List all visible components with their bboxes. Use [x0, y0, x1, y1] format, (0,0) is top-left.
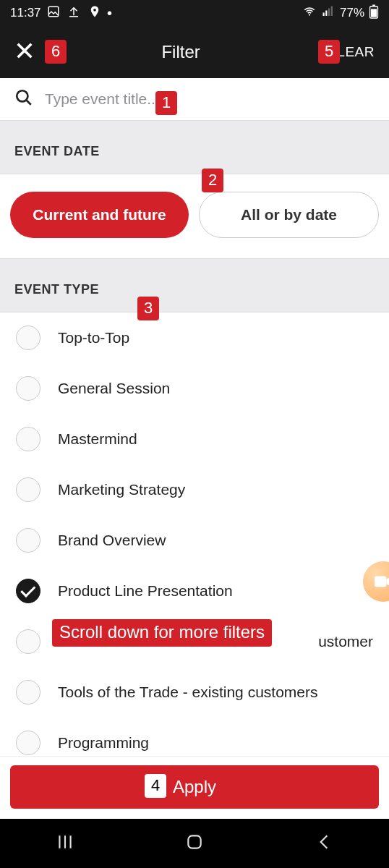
radio-icon-checked[interactable] — [16, 579, 40, 603]
svg-point-10 — [17, 90, 27, 101]
image-icon — [47, 5, 60, 18]
radio-icon[interactable] — [16, 528, 40, 553]
list-item-label: Product Line Presentation — [58, 582, 233, 600]
location-icon — [88, 5, 101, 18]
list-item[interactable]: Brand Overview — [0, 515, 389, 566]
list-item-label: Tools of the Trade - existing customers — [58, 684, 318, 701]
list-item-label: Top-to-Top — [58, 329, 129, 346]
callout-badge-2: 2 — [202, 169, 223, 192]
apply-label: Apply — [173, 777, 216, 797]
list-item-label: General Session — [58, 380, 170, 397]
chip-all-by-date[interactable]: All or by date — [199, 192, 379, 238]
radio-icon[interactable] — [16, 326, 40, 350]
home-button[interactable] — [185, 833, 204, 854]
clock: 11:37 — [10, 6, 41, 20]
svg-point-2 — [309, 14, 310, 15]
list-item[interactable]: Top-to-Top — [0, 312, 389, 363]
svg-rect-5 — [328, 8, 330, 16]
recents-button[interactable] — [56, 833, 74, 854]
list-item-label: Mastermind — [58, 430, 137, 448]
svg-rect-9 — [371, 9, 377, 17]
list-item[interactable]: Mastermind — [0, 414, 389, 464]
section-header-event-type: EVENT TYPE — [0, 258, 389, 312]
svg-rect-8 — [372, 4, 375, 6]
svg-rect-11 — [188, 835, 200, 848]
svg-rect-3 — [322, 12, 324, 16]
list-item-label: ustomer — [318, 633, 373, 650]
back-button[interactable] — [315, 833, 333, 854]
apply-wrap: Apply — [0, 756, 389, 819]
more-dot-icon: • — [107, 6, 112, 20]
list-item[interactable]: General Session — [0, 363, 389, 414]
list-item[interactable]: Tools of the Trade - existing customers — [0, 667, 389, 718]
radio-icon[interactable] — [16, 629, 40, 654]
callout-badge-6: 6 — [45, 40, 67, 64]
radio-icon[interactable] — [16, 376, 40, 401]
section-header-event-date: EVENT DATE — [0, 120, 389, 174]
status-bar: 11:37 • 77% — [0, 0, 389, 26]
battery-icon — [369, 4, 379, 22]
list-item[interactable]: Product Line Presentation — [0, 566, 389, 616]
chip-current-future[interactable]: Current and future — [10, 192, 189, 238]
search-icon — [14, 88, 33, 110]
upload-icon — [67, 5, 80, 18]
callout-badge-1: 1 — [155, 91, 177, 115]
list-item[interactable]: Marketing Strategy — [0, 464, 389, 515]
list-item-label: Brand Overview — [58, 532, 166, 549]
callout-badge-3: 3 — [137, 297, 159, 320]
list-item-label: Marketing Strategy — [58, 481, 185, 498]
list-item-label: Programming — [58, 734, 149, 752]
status-icons-left — [47, 5, 101, 22]
wifi-icon — [302, 5, 317, 22]
page-title: Filter — [161, 42, 200, 62]
svg-rect-0 — [48, 7, 59, 17]
android-navbar — [0, 819, 389, 868]
signal-icon — [321, 5, 335, 22]
apply-button[interactable]: Apply — [10, 765, 379, 809]
callout-badge-4: 4 — [145, 774, 166, 798]
battery-pct: 77% — [340, 6, 364, 20]
svg-rect-12 — [375, 576, 386, 587]
radio-icon[interactable] — [16, 477, 40, 502]
close-icon[interactable] — [14, 41, 35, 64]
event-type-list: Top-to-Top General Session Mastermind Ma… — [0, 312, 389, 768]
search-row — [0, 78, 389, 120]
chip-label: All or by date — [241, 206, 337, 224]
svg-rect-4 — [325, 10, 327, 16]
radio-icon[interactable] — [16, 427, 40, 451]
callout-badge-5: 5 — [318, 40, 340, 64]
search-input[interactable] — [45, 90, 375, 108]
radio-icon[interactable] — [16, 680, 40, 705]
date-chip-row: Current and future All or by date — [0, 174, 389, 258]
svg-rect-6 — [331, 6, 333, 16]
chip-label: Current and future — [33, 206, 166, 224]
svg-point-1 — [93, 8, 96, 11]
radio-icon[interactable] — [16, 731, 40, 755]
scroll-hint-overlay: Scroll down for more filters — [52, 619, 272, 647]
